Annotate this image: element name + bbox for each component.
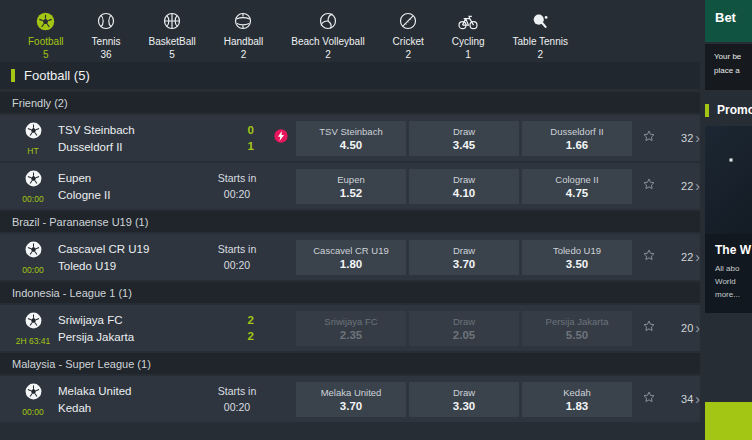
league-title: Brazil - Paranaense U19 (1) <box>12 216 148 228</box>
nav-count: 1 <box>465 49 471 60</box>
nav-item-tennis[interactable]: Tennis 36 <box>78 9 135 60</box>
chevron-right-icon: › <box>695 250 700 264</box>
odds-button-draw[interactable]: Draw 3.45 <box>409 121 519 156</box>
odds-button-away[interactable]: Cologne II 4.75 <box>522 169 632 204</box>
cycling-icon <box>457 9 479 33</box>
starts-time: 00:20 <box>224 188 250 200</box>
home-score: 2 <box>248 314 254 326</box>
nav-count: 2 <box>325 49 331 60</box>
promo-image <box>705 126 752 234</box>
nav-count: 5 <box>43 49 49 60</box>
odds-button-draw[interactable]: Draw 3.70 <box>409 240 519 275</box>
odds-label: Eupen <box>337 174 364 185</box>
nav-label: Tennis <box>92 36 121 47</box>
markets-count: 22 <box>681 251 693 263</box>
away-team: Cologne II <box>58 189 208 201</box>
starts-label: Starts in <box>218 243 257 255</box>
promo-card-body: The W All abo World more... <box>705 234 752 313</box>
betslip-note-line: place a <box>714 66 752 75</box>
odds-button-home[interactable]: Melaka United 3.70 <box>296 382 406 417</box>
away-team: Kedah <box>58 402 208 414</box>
nav-item-beach-volleyball[interactable]: Beach Volleyball 2 <box>277 9 378 60</box>
odds-button-draw[interactable]: Draw 2.05 <box>409 311 519 346</box>
events-panel: Football (5) Friendly (2) HT TSV Steinba… <box>0 62 700 422</box>
promo-card-line: World <box>715 276 752 289</box>
match-row: 2H 63:41 Sriwijaya FC Persija Jakarta 2 … <box>0 305 700 351</box>
starts-label: Starts in <box>218 172 257 184</box>
odds-button-away[interactable]: Persija Jakarta 5.50 <box>522 311 632 346</box>
odds-button-away[interactable]: Kedah 1.83 <box>522 382 632 417</box>
odds-button-draw[interactable]: Draw 4.10 <box>409 169 519 204</box>
odds-button-away[interactable]: Toledo U19 3.50 <box>522 240 632 275</box>
markets-link[interactable]: 22 › <box>664 179 706 193</box>
odds-button-home[interactable]: Eupen 1.52 <box>296 169 406 204</box>
markets-link[interactable]: 32 › <box>664 131 706 145</box>
soccer-ball-icon <box>24 240 43 263</box>
promo-title: Promo <box>717 103 752 117</box>
nav-item-handball[interactable]: Handball 2 <box>210 9 277 60</box>
cricket-icon <box>398 9 418 33</box>
promo-header: Promo <box>705 103 752 117</box>
markets-link[interactable]: 22 › <box>664 250 706 264</box>
odds-button-draw[interactable]: Draw 3.30 <box>409 382 519 417</box>
star-icon <box>642 319 656 337</box>
page-header: Football (5) <box>0 62 700 89</box>
soccer-ball-icon <box>24 121 43 144</box>
odds-button-home[interactable]: Sriwijaya FC 2.35 <box>296 311 406 346</box>
favorite-star-button[interactable] <box>634 129 664 147</box>
match-row: 00:00 Cascavel CR U19 Toledo U19 Starts … <box>0 234 700 280</box>
starts-label: Starts in <box>218 385 257 397</box>
odds-button-away[interactable]: Dusseldorf II 1.66 <box>522 121 632 156</box>
odds-label: Draw <box>453 126 475 137</box>
nav-label: Table Tennis <box>513 36 568 47</box>
score-col: 0 1 <box>208 124 266 152</box>
nav-count: 2 <box>405 49 411 60</box>
star-icon <box>642 129 656 147</box>
odds-value: 2.35 <box>340 329 362 341</box>
favorite-star-button[interactable] <box>634 177 664 195</box>
nav-label: Cricket <box>393 36 424 47</box>
accent-bar <box>705 104 709 117</box>
odds-value: 3.45 <box>453 139 475 151</box>
match-sport-col: HT <box>8 121 58 156</box>
page-title: Football (5) <box>24 68 90 83</box>
odds-value: 3.70 <box>340 400 362 412</box>
favorite-star-button[interactable] <box>634 248 664 266</box>
nav-label: Cycling <box>452 36 485 47</box>
odds-button-home[interactable]: TSV Steinbach 4.50 <box>296 121 406 156</box>
home-team: TSV Steinbach <box>58 124 208 136</box>
odds-label: Draw <box>453 387 475 398</box>
away-team: Dusseldorf II <box>58 141 208 153</box>
promo-card[interactable]: The W All abo World more... <box>705 126 752 313</box>
match-status: 2H 63:41 <box>16 336 51 346</box>
match-sport-col: 00:00 <box>8 169 58 204</box>
nav-item-table-tennis[interactable]: Table Tennis 2 <box>499 9 582 60</box>
betslip-header: Bet <box>705 0 752 42</box>
odds-label: Toledo U19 <box>553 245 601 256</box>
promo-cta-button[interactable] <box>705 402 752 440</box>
nav-item-basketball[interactable]: BasketBall 5 <box>134 9 209 60</box>
nav-label: Beach Volleyball <box>291 36 364 47</box>
nav-label: BasketBall <box>148 36 195 47</box>
favorite-star-button[interactable] <box>634 390 664 408</box>
markets-link[interactable]: 20 › <box>664 321 706 335</box>
chevron-right-icon: › <box>695 321 700 335</box>
nav-item-football[interactable]: Football 5 <box>14 9 78 60</box>
boost-col <box>266 128 296 148</box>
table-tennis-icon <box>530 9 551 33</box>
starts-col: Starts in 00:20 <box>208 243 266 271</box>
teams-col: TSV Steinbach Dusseldorf II <box>58 124 208 153</box>
away-score: 2 <box>248 330 254 342</box>
odds-value: 3.30 <box>453 400 475 412</box>
match-row: 00:00 Eupen Cologne II Starts in 00:20 E… <box>0 163 700 209</box>
odds-button-home[interactable]: Cascavel CR U19 1.80 <box>296 240 406 275</box>
odds-group: Cascavel CR U19 1.80 Draw 3.70 Toledo U1… <box>296 240 632 275</box>
match-status: 00:00 <box>22 265 43 275</box>
starts-col: Starts in 00:20 <box>208 385 266 413</box>
markets-link[interactable]: 34 › <box>664 392 706 406</box>
teams-col: Eupen Cologne II <box>58 172 208 201</box>
nav-item-cycling[interactable]: Cycling 1 <box>438 9 499 60</box>
nav-item-cricket[interactable]: Cricket 2 <box>379 9 438 60</box>
favorite-star-button[interactable] <box>634 319 664 337</box>
match-sport-col: 2H 63:41 <box>8 311 58 346</box>
